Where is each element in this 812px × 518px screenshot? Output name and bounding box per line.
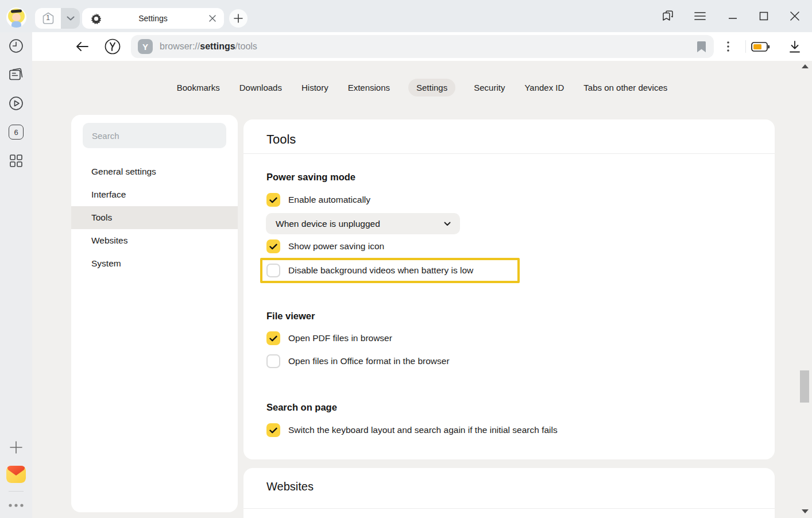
checkbox-label: Enable automatically (288, 195, 370, 205)
tab-settings[interactable]: Settings (82, 8, 224, 29)
url-suffix: /tools (235, 41, 257, 51)
toolbar-separator (745, 40, 746, 53)
nav-bookmarks[interactable]: Bookmarks (176, 79, 221, 96)
extensions-kebab-button[interactable] (716, 32, 741, 61)
search-input[interactable] (83, 123, 226, 148)
tab-counter-button[interactable]: 6 (0, 122, 32, 142)
sidebar-item-websites[interactable]: Websites (71, 229, 238, 252)
nav-downloads[interactable]: Downloads (238, 79, 283, 96)
side-panel-icon (662, 10, 674, 22)
battery-indicator[interactable] (748, 32, 773, 61)
row-disable-bg-videos[interactable]: Disable background videos when battery i… (266, 260, 473, 281)
mail-icon (6, 466, 26, 483)
tab-title: Settings (102, 14, 204, 23)
tab-group-control[interactable]: 1 (35, 8, 80, 29)
avatar-face (12, 13, 21, 21)
minimize-icon (728, 11, 737, 21)
scrollbar-down-arrow[interactable] (802, 509, 809, 513)
row-open-pdf[interactable]: Open PDF files in browser (266, 327, 775, 350)
tab-count-pentagon-icon: 1 (41, 11, 55, 25)
checkbox-switch-layout[interactable] (266, 423, 280, 437)
tab-group-dropdown[interactable] (61, 8, 80, 29)
row-enable-automatically[interactable]: Enable automatically (266, 188, 775, 211)
sidebar-item-general[interactable]: General settings (71, 160, 238, 183)
tab-strip: 1 Settings (0, 0, 812, 32)
back-button[interactable] (69, 32, 95, 61)
downloads-button[interactable] (782, 32, 807, 61)
rail-more-button[interactable] (0, 495, 32, 516)
feed-button[interactable] (0, 64, 32, 85)
checkbox-label: Open files in Office format in the brows… (288, 356, 450, 366)
checkbox-label: Disable background videos when battery i… (288, 265, 473, 276)
mail-button[interactable] (0, 464, 32, 485)
avatar-dress (11, 21, 21, 28)
side-panel-button[interactable] (656, 0, 679, 32)
websites-title: Websites (266, 478, 775, 494)
bookmark-button[interactable] (697, 41, 706, 52)
tab-close-icon[interactable] (204, 10, 221, 26)
gear-icon (91, 13, 102, 24)
section-search-on-page: Search on page (266, 400, 775, 414)
nav-history[interactable]: History (300, 79, 330, 96)
yandex-home-button[interactable] (100, 32, 125, 61)
apps-grid-button[interactable] (0, 150, 32, 171)
tab-group-count-badge[interactable]: 1 (35, 8, 61, 29)
scrollbar-up-arrow[interactable] (802, 64, 809, 68)
checkbox-open-office[interactable] (266, 354, 280, 368)
checkbox-enable-automatically[interactable] (266, 193, 280, 207)
nav-extensions[interactable]: Extensions (347, 79, 391, 96)
nav-yandex-id[interactable]: Yandex ID (523, 79, 565, 96)
profile-avatar[interactable] (6, 7, 26, 28)
sidebar-items: General settings Interface Tools Website… (71, 160, 238, 275)
sidebar-item-system[interactable]: System (71, 252, 238, 275)
tab-counter-value: 6 (14, 128, 18, 137)
checkbox-disable-bg-videos[interactable] (266, 264, 280, 277)
scrollbar-thumb[interactable] (800, 370, 809, 403)
history-button[interactable] (0, 36, 32, 56)
new-tab-button[interactable] (229, 9, 248, 28)
minimize-button[interactable] (721, 0, 744, 32)
video-button[interactable] (0, 93, 32, 114)
url-prefix: browser:// (160, 41, 200, 51)
site-badge-icon: Y (138, 39, 153, 54)
checkbox-show-power-icon[interactable] (266, 239, 280, 253)
nav-settings[interactable]: Settings (408, 79, 455, 96)
menu-icon (694, 12, 706, 20)
tools-card: Tools Power saving mode Enable automatic… (243, 119, 775, 459)
maximize-icon (759, 11, 768, 21)
add-icon (10, 441, 22, 454)
row-open-office[interactable]: Open files in Office format in the brows… (266, 350, 775, 373)
chevron-down-icon (444, 222, 451, 226)
card-divider (243, 153, 775, 154)
nav-other-devices[interactable]: Tabs on other devices (582, 79, 668, 96)
checkbox-label: Open PDF files in browser (288, 333, 392, 343)
select-value: When device is unplugged (276, 219, 444, 229)
checkbox-open-pdf[interactable] (266, 331, 280, 345)
row-switch-layout[interactable]: Switch the keyboard layout and search ag… (266, 419, 775, 442)
nav-security[interactable]: Security (473, 79, 506, 96)
tab-counter-badge: 6 (9, 125, 24, 140)
power-saving-trigger-select[interactable]: When device is unplugged (266, 213, 460, 234)
card-divider (243, 508, 775, 509)
check-icon (269, 335, 277, 342)
menu-button[interactable] (689, 0, 712, 32)
url-highlight: settings (200, 41, 235, 51)
maximize-button[interactable] (752, 0, 775, 32)
download-icon (789, 41, 801, 53)
left-rail: 6 (0, 32, 32, 518)
settings-sidebar: General settings Interface Tools Website… (71, 115, 238, 512)
row-show-power-icon[interactable]: Show power saving icon (266, 235, 775, 258)
check-icon (269, 243, 277, 250)
sidebar-item-interface[interactable]: Interface (71, 183, 238, 206)
rail-add-button[interactable] (0, 437, 32, 458)
browser-window: 1 Settings (0, 0, 812, 518)
window-close-button[interactable] (783, 0, 806, 32)
check-icon (269, 427, 277, 434)
checkbox-label: Switch the keyboard layout and search ag… (288, 425, 558, 435)
address-bar[interactable]: Y browser://settings/tools (131, 35, 714, 58)
bookmark-icon (697, 41, 706, 52)
kebab-icon (727, 41, 729, 52)
section-file-viewer: File viewer (266, 309, 775, 323)
sidebar-item-tools[interactable]: Tools (71, 206, 238, 229)
page-title: Tools (266, 131, 775, 148)
